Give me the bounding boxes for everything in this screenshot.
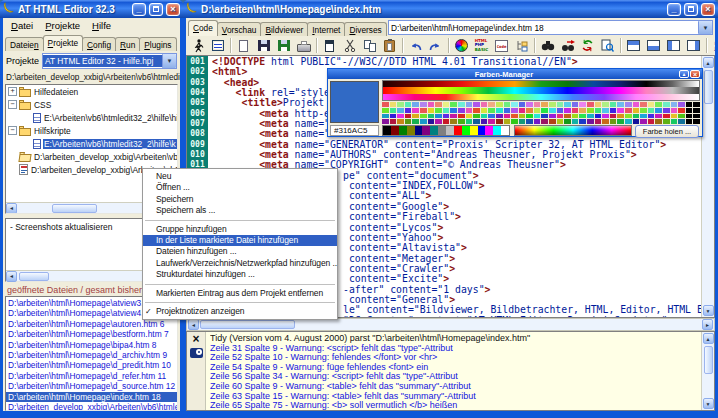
- tidy-message[interactable]: Zeile 63 Spalte 15 - Warnung: <table> fe…: [210, 392, 697, 402]
- tab-projekte[interactable]: Projekte: [43, 35, 83, 51]
- palette-swatch[interactable]: [504, 102, 511, 107]
- treeico-button[interactable]: [512, 37, 531, 54]
- palette-swatch[interactable]: [625, 108, 632, 113]
- palette-swatch[interactable]: [564, 119, 571, 124]
- paste-button[interactable]: [380, 37, 399, 54]
- palette-swatch[interactable]: [428, 108, 435, 113]
- palette-swatch[interactable]: [420, 102, 427, 107]
- palette-swatch[interactable]: [481, 102, 488, 107]
- palette-swatch[interactable]: [405, 119, 412, 124]
- palette-swatch[interactable]: [390, 102, 397, 107]
- minimize-button[interactable]: _: [132, 3, 146, 16]
- basic-color-swatch[interactable]: [430, 126, 438, 135]
- doc-dark-button[interactable]: [320, 37, 339, 54]
- tab-plugins[interactable]: Plugins: [139, 37, 176, 51]
- palette-swatch[interactable]: [579, 119, 586, 124]
- palette-swatch[interactable]: [671, 108, 678, 113]
- palette-swatch[interactable]: [450, 108, 457, 113]
- palette-swatch[interactable]: [671, 119, 678, 124]
- palette-swatch[interactable]: [678, 119, 685, 124]
- print-button[interactable]: [294, 37, 313, 54]
- list-button[interactable]: [208, 37, 227, 54]
- run-button[interactable]: [188, 37, 207, 54]
- dialog-titlebar[interactable]: Farben-Manager ▲ ×: [328, 69, 702, 79]
- palette-swatch[interactable]: [511, 108, 518, 113]
- basic-colors-row[interactable]: [382, 125, 510, 136]
- palette-swatch[interactable]: [458, 114, 465, 119]
- palette-swatch[interactable]: [534, 114, 541, 119]
- palette-swatch[interactable]: [557, 119, 564, 124]
- tree-expander-icon[interactable]: +: [8, 87, 17, 96]
- palette-swatch[interactable]: [625, 114, 632, 119]
- palette-swatch[interactable]: [541, 119, 548, 124]
- context-menu-item-gruppe-hinzufügen[interactable]: Gruppe hinzufügen: [143, 224, 337, 235]
- palette-swatch[interactable]: [686, 114, 693, 119]
- palette-swatch[interactable]: [412, 114, 419, 119]
- palette-swatch[interactable]: [610, 114, 617, 119]
- find-button[interactable]: [538, 37, 557, 54]
- palette-swatch[interactable]: [519, 102, 526, 107]
- palette-swatch[interactable]: [481, 114, 488, 119]
- palette-swatch[interactable]: [428, 114, 435, 119]
- palette-swatch[interactable]: [663, 102, 670, 107]
- palette-swatch[interactable]: [496, 119, 503, 124]
- context-menu-item-dateien-hinzufügen[interactable]: Dateien hinzufügen ...: [143, 246, 337, 257]
- palette-swatch[interactable]: [458, 119, 465, 124]
- codesheet-button[interactable]: Code: [492, 37, 511, 54]
- combobox-arrow-icon[interactable]: ▼: [162, 54, 176, 68]
- palette-swatch[interactable]: [450, 114, 457, 119]
- palette-swatch[interactable]: [450, 102, 457, 107]
- palette-swatch[interactable]: [488, 114, 495, 119]
- maximize-button[interactable]: [149, 3, 163, 16]
- scroll-left-icon[interactable]: ◄: [6, 203, 17, 214]
- palette-swatch[interactable]: [610, 108, 617, 113]
- basic-color-swatch[interactable]: [493, 126, 501, 135]
- basic-color-swatch[interactable]: [399, 126, 407, 135]
- context-menu-item-neu[interactable]: Neu: [143, 171, 337, 182]
- palette-swatch[interactable]: [412, 119, 419, 124]
- file-list-item[interactable]: D:\arbeiten\html\Homepage\d_refer.htm 11: [6, 371, 177, 381]
- tab-vorschau[interactable]: Vorschau: [217, 22, 262, 36]
- tree-item[interactable]: +Hilfedateien: [6, 85, 177, 98]
- combobox-arrow-icon[interactable]: ▼: [698, 21, 712, 34]
- cut-button[interactable]: [340, 37, 359, 54]
- palette-swatch[interactable]: [405, 108, 412, 113]
- tab-run[interactable]: Run: [115, 37, 140, 51]
- context-menu-item-strukturdatei-hinzufügen[interactable]: Strukturdatei hinzufügen ...: [143, 269, 337, 280]
- scroll-thumb[interactable]: [200, 320, 295, 329]
- palette-swatch[interactable]: [564, 114, 571, 119]
- file-list-item[interactable]: D:\arbeiten\html\Homepage\d_predit.htm 1…: [6, 360, 177, 370]
- palette-swatch[interactable]: [549, 114, 556, 119]
- scroll-down-icon[interactable]: ▼: [703, 305, 714, 316]
- basic-color-swatch[interactable]: [478, 126, 486, 135]
- undo-button[interactable]: [406, 37, 425, 54]
- palette-swatch[interactable]: [617, 119, 624, 124]
- palette-swatch[interactable]: [466, 119, 473, 124]
- palette-swatch[interactable]: [671, 102, 678, 107]
- new-button[interactable]: [234, 37, 253, 54]
- basic-color-swatch[interactable]: [485, 126, 493, 135]
- tree-expander-icon[interactable]: −: [8, 100, 17, 109]
- palette-button[interactable]: [452, 37, 471, 54]
- palette-swatch[interactable]: [587, 108, 594, 113]
- basic-color-swatch[interactable]: [462, 126, 470, 135]
- close-button[interactable]: ×: [701, 3, 715, 16]
- palette-swatch[interactable]: [382, 108, 389, 113]
- scroll-up-icon[interactable]: ▲: [703, 333, 714, 344]
- tree-item[interactable]: D:\arbeiten_develop_xxbig\Arbeiten\vb6: [6, 150, 177, 163]
- palette-swatch[interactable]: [534, 119, 541, 124]
- tidy-vscrollbar[interactable]: ▲ ▼: [701, 332, 714, 410]
- palette-swatch[interactable]: [397, 108, 404, 113]
- palette-swatch[interactable]: [557, 102, 564, 107]
- palette-swatch[interactable]: [504, 119, 511, 124]
- palette-swatch[interactable]: [534, 108, 541, 113]
- palette-swatch[interactable]: [435, 102, 442, 107]
- palette-swatch[interactable]: [549, 119, 556, 124]
- palette-swatch[interactable]: [640, 102, 647, 107]
- palette-swatch[interactable]: [693, 102, 700, 107]
- palette-swatch[interactable]: [595, 102, 602, 107]
- file-list-item[interactable]: D:\arbeiten\html\Homepage\d_source.htm 1…: [6, 381, 177, 391]
- tidy-message[interactable]: Zeile 31 Spalte 9 - Warnung: <script> fe…: [210, 344, 697, 354]
- dialog-close-button[interactable]: ×: [690, 70, 700, 78]
- palette-swatch[interactable]: [397, 114, 404, 119]
